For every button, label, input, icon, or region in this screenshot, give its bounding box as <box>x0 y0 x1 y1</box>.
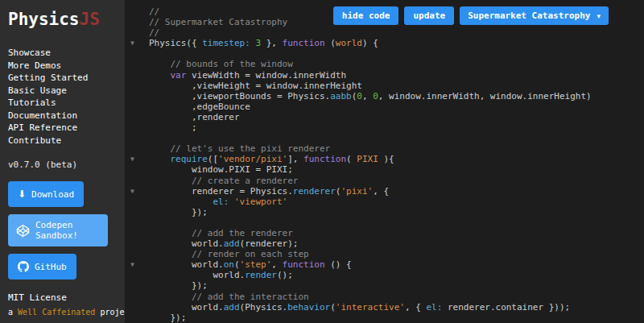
code-line[interactable]: ▼ world.on('step', function () { <box>125 259 644 270</box>
download-icon: ⬇ <box>18 188 26 200</box>
code-editor[interactable]: hide code update Supermarket Catastrophy… <box>125 0 644 323</box>
sidebar-item-basic-usage[interactable]: Basic Usage <box>8 85 117 97</box>
code-text: var viewWidth = window.innerWidth <box>149 70 346 81</box>
code-line[interactable]: ,viewHeight = window.innerHeight <box>125 81 644 91</box>
code-line[interactable]: ▼ require(['vendor/pixi'], function( PIX… <box>125 154 644 164</box>
code-line[interactable] <box>125 133 644 143</box>
gutter <box>125 207 149 217</box>
codepen-label: Codepen Sandbox! <box>35 220 95 241</box>
fold-arrow-icon[interactable]: ▼ <box>125 154 149 164</box>
demo-select[interactable]: Supermarket Catastrophy ▾ <box>460 6 609 25</box>
gutter <box>125 238 149 249</box>
hide-code-button[interactable]: hide code <box>333 6 399 25</box>
code-text: world.on('step', function () { <box>149 259 352 270</box>
code-line[interactable]: // render on each step <box>125 249 644 259</box>
gutter <box>125 228 149 238</box>
code-text: ,edgeBounce <box>149 101 250 112</box>
brand-link[interactable]: Well Caffeinated <box>18 308 95 317</box>
codepen-button[interactable]: Codepen Sandbox! <box>8 214 108 246</box>
code-line[interactable]: world.render(); <box>125 270 644 280</box>
gutter <box>125 59 149 69</box>
code-line[interactable]: }); <box>125 313 644 323</box>
sidebar-item-getting-started[interactable]: Getting Started <box>8 72 117 85</box>
chevron-down-icon: ▾ <box>597 12 601 20</box>
code-line[interactable]: ▼ renderer = Physics.renderer('pixi', { <box>125 186 644 197</box>
code-line[interactable]: ,edgeBounce <box>125 101 644 112</box>
gutter <box>125 133 149 143</box>
code-line[interactable]: // add the renderer <box>125 228 644 238</box>
code-line[interactable]: ,viewportBounds = Physics.aabb(0, 0, win… <box>125 91 644 101</box>
code-line[interactable]: // bounds of the window <box>125 59 644 69</box>
sidebar-item-contribute[interactable]: Contribute <box>8 135 117 147</box>
code-text: ,viewportBounds = Physics.aabb(0, 0, win… <box>149 91 592 101</box>
code-text: // Supermarket Catastrophy <box>149 17 287 27</box>
gutter <box>125 302 149 313</box>
gutter <box>125 176 149 186</box>
code-line[interactable]: ▼Physics({ timestep: 3 }, function (worl… <box>125 38 644 48</box>
code-text: world.render(); <box>149 270 293 280</box>
code-line[interactable]: el: 'viewport' <box>125 197 644 207</box>
fold-arrow-icon[interactable]: ▼ <box>125 186 149 197</box>
sidebar-item-api-reference[interactable]: API Reference <box>8 122 117 135</box>
code-text: // <box>149 27 159 38</box>
code-text: Physics({ timestep: 3 }, function (world… <box>149 38 378 48</box>
code-text: // <box>149 6 159 17</box>
code-line[interactable] <box>125 48 644 59</box>
gutter <box>125 91 149 101</box>
github-button[interactable]: GitHub <box>8 254 76 280</box>
code-line[interactable]: var viewWidth = window.innerWidth <box>125 70 644 81</box>
update-button[interactable]: update <box>404 6 454 25</box>
sidebar-item-documentation[interactable]: Documentation <box>8 110 117 122</box>
code-text: window.PIXI = PIXI; <box>149 164 293 175</box>
sidebar-nav: ShowcaseMore DemosGetting StartedBasic U… <box>8 47 117 147</box>
download-button[interactable]: ⬇ Download <box>8 181 84 207</box>
sidebar-item-showcase[interactable]: Showcase <box>8 47 117 60</box>
code-text: // let's use the pixi renderer <box>149 143 330 154</box>
code-line[interactable]: world.add(renderer); <box>125 238 644 249</box>
code-text: el: 'viewport' <box>149 197 287 207</box>
code-text: // bounds of the window <box>149 59 293 69</box>
code-text: ; <box>149 122 197 133</box>
sidebar-item-more-demos[interactable]: More Demos <box>8 60 117 72</box>
gutter <box>125 249 149 259</box>
code-text: ,viewHeight = window.innerHeight <box>149 81 362 91</box>
code-text: world.add(Physics.behavior('interactive'… <box>149 302 570 313</box>
gutter <box>125 70 149 81</box>
codepen-icon <box>16 224 30 238</box>
gutter <box>125 280 149 291</box>
code-line[interactable]: // <box>125 27 644 38</box>
code-line[interactable]: world.add(Physics.behavior('interactive'… <box>125 302 644 313</box>
code-text: // create a renderer <box>149 176 298 186</box>
code-line[interactable]: // add the interaction <box>125 292 644 302</box>
footer-pre: a <box>8 308 18 317</box>
gutter <box>125 197 149 207</box>
gutter <box>125 313 149 323</box>
license-label: MIT License <box>8 292 117 303</box>
fold-arrow-icon[interactable]: ▼ <box>125 38 149 48</box>
github-label: GitHub <box>35 262 67 272</box>
code-text: world.add(renderer); <box>149 238 298 249</box>
code-text: ,renderer <box>149 112 240 122</box>
sidebar-item-tutorials[interactable]: Tutorials <box>8 97 117 110</box>
gutter <box>125 217 149 228</box>
code-line[interactable]: window.PIXI = PIXI; <box>125 164 644 175</box>
gutter <box>125 17 149 27</box>
code-line[interactable]: // let's use the pixi renderer <box>125 143 644 154</box>
code-text: }); <box>149 313 186 323</box>
code-line[interactable]: // create a renderer <box>125 176 644 186</box>
version-label: v0.7.0 (beta) <box>8 159 117 170</box>
code-text: }); <box>149 280 208 291</box>
code-text: }); <box>149 207 208 217</box>
code-line[interactable]: }); <box>125 207 644 217</box>
gutter <box>125 27 149 38</box>
code-line[interactable] <box>125 217 644 228</box>
gutter <box>125 101 149 112</box>
fold-arrow-icon[interactable]: ▼ <box>125 259 149 270</box>
logo[interactable]: PhysicsJS <box>8 10 117 29</box>
code-line[interactable]: }); <box>125 280 644 291</box>
gutter <box>125 6 149 17</box>
code-line[interactable]: ; <box>125 122 644 133</box>
footer-credit: a Well Caffeinated project <box>8 308 134 317</box>
logo-js: JS <box>80 10 100 29</box>
code-line[interactable]: ,renderer <box>125 112 644 122</box>
